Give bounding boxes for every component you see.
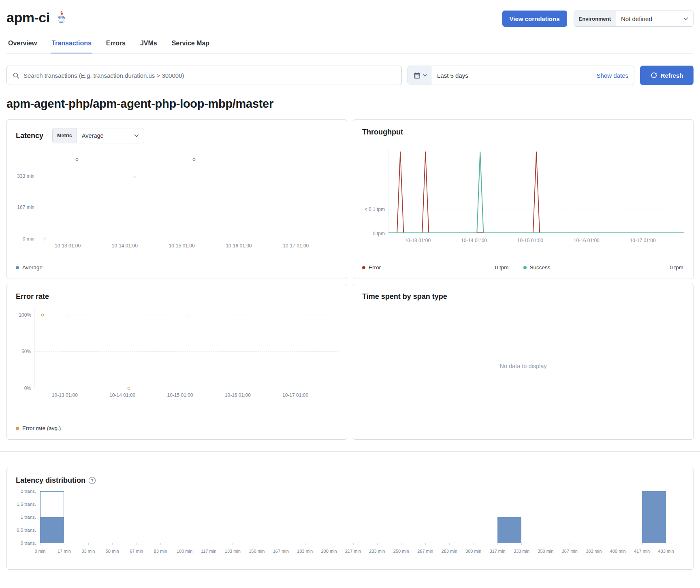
- tabs: OverviewTransactionsErrorsJVMsService Ma…: [6, 37, 694, 53]
- x-tick-label: 10-16 01:00: [225, 392, 251, 398]
- x-tick-label: 10-16 01:00: [226, 243, 252, 249]
- x-tick-label: 333 min: [514, 549, 529, 554]
- tab-jvms[interactable]: JVMs: [139, 37, 158, 53]
- tab-overview[interactable]: Overview: [7, 37, 38, 53]
- error-rate-title: Error rate: [16, 292, 49, 301]
- topbar: apm-ci View correlations Environment Not: [6, 8, 694, 27]
- tick-mark: [449, 543, 450, 545]
- legend-item-error[interactable]: Error0 tpm: [362, 264, 523, 271]
- tab-errors[interactable]: Errors: [105, 37, 126, 53]
- x-tick-label: 0 min: [35, 549, 46, 554]
- y-tick-label: 1 trans.: [21, 515, 36, 520]
- x-tick-label: 10-15 01:00: [169, 243, 195, 249]
- legend-item-average[interactable]: Average: [16, 264, 43, 271]
- legend-item-success[interactable]: Success0 tpm: [523, 264, 685, 271]
- tick-mark: [257, 543, 257, 545]
- y-tick-label: 100%: [19, 312, 31, 318]
- x-tick-label: 10-14 01:00: [461, 238, 487, 243]
- tick-mark: [425, 543, 426, 545]
- chevron-down-icon: [683, 17, 688, 20]
- environment-value: Not defined: [621, 15, 652, 22]
- date-range-value[interactable]: Last 5 days: [431, 66, 591, 85]
- refresh-button[interactable]: Refresh: [640, 66, 694, 85]
- histogram-bar[interactable]: [497, 517, 521, 543]
- x-tick-label: 10-13 01:00: [405, 238, 431, 243]
- search-transactions-input[interactable]: [23, 72, 401, 79]
- y-tick-label: 0 trans.: [21, 541, 36, 545]
- legend-dot: [16, 266, 19, 269]
- x-tick-label: 167 min: [273, 549, 289, 554]
- histogram-bar[interactable]: [642, 491, 666, 543]
- throughput-y-axis: 0 tpm< 0.1 tpm: [362, 149, 388, 234]
- legend-label: Error rate (avg.): [22, 425, 61, 431]
- x-tick-label: 100 min: [177, 549, 192, 554]
- y-tick-label: < 0.1 tpm: [365, 207, 385, 212]
- y-tick-label: 2 trans.: [21, 489, 36, 494]
- x-tick-label: 50 min: [106, 549, 119, 554]
- x-tick-label: 367 min: [562, 549, 578, 554]
- search-icon: [13, 72, 19, 79]
- distribution-tick-marks: [40, 543, 666, 545]
- x-tick-label: 300 min: [465, 549, 481, 554]
- gridline: [40, 517, 666, 517]
- distribution-plot[interactable]: [40, 491, 666, 543]
- throughput-title: Throughput: [362, 128, 403, 136]
- tick-mark: [329, 543, 329, 545]
- help-icon[interactable]: [89, 477, 96, 484]
- time-spent-panel: Time spent by span type No data to displ…: [353, 284, 694, 440]
- x-tick-label: 17 min: [58, 549, 71, 554]
- tick-mark: [474, 543, 474, 545]
- throughput-series-svg: [388, 149, 684, 234]
- legend-value: 0 tpm: [670, 264, 684, 271]
- error-rate-y-axis: 0%50%100%: [16, 309, 34, 388]
- x-tick-label: 67 min: [130, 549, 143, 554]
- tick-mark: [160, 543, 161, 545]
- tick-mark: [353, 543, 354, 545]
- error-rate-panel: Error rate 0%50%100% 10-13 01:0010-14 01…: [6, 284, 347, 440]
- latency-legend: Average: [16, 264, 338, 271]
- tick-mark: [185, 543, 185, 545]
- x-tick-label: 317 min: [489, 549, 505, 554]
- x-tick-label: 433 min: [658, 549, 674, 554]
- tab-transactions[interactable]: Transactions: [51, 37, 92, 53]
- view-correlations-button[interactable]: View correlations: [502, 11, 567, 27]
- search-row: Last 5 days Show dates Refresh: [6, 66, 694, 85]
- calendar-menu-button[interactable]: [408, 66, 431, 85]
- tab-service-map[interactable]: Service Map: [171, 37, 210, 53]
- java-logo-icon: [56, 11, 66, 25]
- error-rate-x-axis: 10-13 01:0010-14 01:0010-15 01:0010-16 0…: [34, 392, 338, 400]
- latency-distribution-title: Latency distribution: [16, 476, 85, 485]
- x-tick-label: 83 min: [154, 549, 167, 554]
- tick-mark: [570, 543, 570, 545]
- charts-grid: Latency Metric Average 0 min167 min333 m…: [6, 119, 694, 440]
- tick-mark: [88, 543, 89, 545]
- no-data-message: No data to display: [362, 301, 684, 431]
- tick-mark: [401, 543, 401, 545]
- error-rate-plot: [34, 309, 338, 388]
- x-tick-label: 10-17 01:00: [282, 392, 308, 398]
- y-tick-label: 50%: [21, 349, 31, 354]
- environment-label: Environment: [574, 11, 616, 26]
- x-tick-label: 10-17 01:00: [630, 238, 656, 243]
- error-rate-legend: Error rate (avg.): [16, 425, 338, 431]
- x-tick-label: 150 min: [249, 549, 265, 554]
- legend-dot: [16, 427, 19, 430]
- tick-mark: [546, 543, 546, 545]
- throughput-panel: Throughput 0 tpm< 0.1 tpm 10-13 01:0010-…: [353, 119, 694, 279]
- show-dates-button[interactable]: Show dates: [591, 66, 634, 85]
- chevron-down-icon: [134, 134, 139, 137]
- latency-metric-select[interactable]: Average: [77, 128, 144, 143]
- environment-select-group: Environment Not defined: [574, 11, 694, 27]
- environment-select[interactable]: Not defined: [616, 11, 693, 26]
- gridline: [40, 530, 666, 530]
- histogram-bar[interactable]: [40, 517, 64, 543]
- x-tick-label: 10-15 01:00: [167, 392, 193, 398]
- legend-item-error-rate-avg-[interactable]: Error rate (avg.): [16, 425, 61, 431]
- calendar-icon: [414, 72, 420, 79]
- y-tick-label: 1.5 trans.: [17, 502, 36, 507]
- tick-mark: [666, 543, 666, 545]
- legend-dot: [523, 266, 527, 269]
- legend-value: 0 tpm: [495, 264, 523, 271]
- x-tick-label: 250 min: [393, 549, 409, 554]
- gridline: [35, 351, 338, 352]
